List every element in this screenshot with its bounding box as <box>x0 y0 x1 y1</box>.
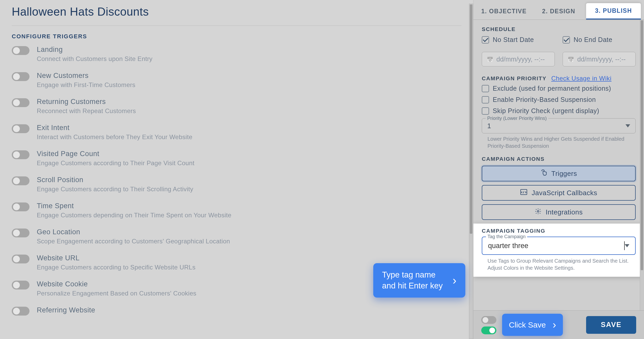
no-start-date-label: No Start Date <box>493 36 534 44</box>
chevron-down-icon <box>625 124 630 127</box>
toggle-website-url[interactable] <box>12 255 29 263</box>
calendar-icon <box>568 56 574 63</box>
actions-label: CAMPAIGN ACTIONS <box>482 156 636 162</box>
tooltip-click-save: Click Save › <box>502 314 563 336</box>
configure-triggers-label: CONFIGURE TRIGGERS <box>12 33 469 40</box>
footer-toggle-1[interactable] <box>481 316 496 324</box>
trigger-geo-location: Geo Location Scope Engagement according … <box>12 228 454 245</box>
priority-select[interactable]: Priority (Lower Priority Wins) 1 <box>482 118 636 133</box>
toggle-landing[interactable] <box>12 46 29 55</box>
tooltip-text: Type tag name and hit Enter key <box>382 269 443 291</box>
wiki-link[interactable]: Check Usage in Wiki <box>551 75 611 82</box>
toggle-website-cookie[interactable] <box>12 281 29 289</box>
checkbox-no-start-date[interactable] <box>482 36 489 44</box>
main-scrollbar-thumb[interactable] <box>470 4 472 234</box>
tag-input-field[interactable]: Tag the Campaign quarter three <box>482 237 636 255</box>
tag-legend: Tag the Campaign <box>486 234 527 239</box>
toggle-time-spent[interactable] <box>12 202 29 211</box>
start-date-input[interactable]: dd/mm/yyyy, --:-- <box>482 52 555 66</box>
tag-input-value: quarter three <box>488 242 625 250</box>
panel-scrollbar-thumb[interactable] <box>641 20 643 270</box>
no-end-date-label: No End Date <box>574 36 612 44</box>
code-icon <box>520 189 527 197</box>
tabs: 1. OBJECTIVE 2. DESIGN 3. PUBLISH <box>473 0 644 20</box>
trigger-scroll-position: Scroll Position Engage Customers accordi… <box>12 176 454 193</box>
panel-scrollbar[interactable] <box>640 20 644 310</box>
tagging-label: CAMPAIGN TAGGING <box>482 228 636 234</box>
priority-legend: Priority (Lower Priority Wins) <box>486 116 548 121</box>
chevron-down-icon[interactable] <box>625 244 629 247</box>
checkbox-skip-priority[interactable] <box>482 107 489 115</box>
tagging-card: CAMPAIGN TAGGING Tag the Campaign quarte… <box>473 224 644 277</box>
trigger-visited-page-count: Visited Page Count Engage Customers acco… <box>12 150 454 167</box>
sidebar: 1. OBJECTIVE 2. DESIGN 3. PUBLISH SCHEDU… <box>473 0 644 339</box>
checkbox-enable-suspension[interactable] <box>482 96 489 103</box>
touch-icon <box>540 169 547 178</box>
chevron-right-icon: › <box>553 319 556 331</box>
tooltip-type-tag: Type tag name and hit Enter key › <box>373 263 465 298</box>
tag-help: Use Tags to Group Relevant Campaigns and… <box>487 257 636 272</box>
toggle-visited-page-count[interactable] <box>12 150 29 159</box>
main-panel: Halloween Hats Discounts CONFIGURE TRIGG… <box>0 0 473 339</box>
checkbox-no-end-date[interactable] <box>563 36 570 44</box>
footer-toggle-2[interactable] <box>481 326 496 334</box>
trigger-time-spent: Time Spent Engage Customers depending on… <box>12 202 454 219</box>
schedule-label: SCHEDULE <box>482 26 636 32</box>
priority-help: Lower Priority Wins and Higher Gets Susp… <box>487 135 636 150</box>
save-button[interactable]: SAVE <box>586 316 636 334</box>
tab-publish[interactable]: 3. PUBLISH <box>586 3 641 20</box>
trigger-referring-website: Referring Website <box>12 306 454 316</box>
js-callbacks-button[interactable]: JavaScript Callbacks <box>482 185 636 201</box>
priority-value: 1 <box>487 122 625 130</box>
page-title: Halloween Hats Discounts <box>12 5 461 26</box>
triggers-button[interactable]: Triggers <box>482 166 636 181</box>
toggle-geo-location[interactable] <box>12 229 29 237</box>
toggle-referring-website[interactable] <box>12 307 29 316</box>
end-date-input[interactable]: dd/mm/yyyy, --:-- <box>563 52 636 66</box>
trigger-returning-customers: Returning Customers Reconnect with Repea… <box>12 98 454 115</box>
toggle-new-customers[interactable] <box>12 72 29 81</box>
gear-icon <box>535 208 541 217</box>
chevron-right-icon: › <box>453 273 456 288</box>
main-scrollbar[interactable] <box>469 4 473 339</box>
trigger-new-customers: New Customers Engage with First-Time Cus… <box>12 72 454 89</box>
trigger-desc: Connect with Customers upon Site Entry <box>37 55 153 63</box>
sidebar-footer: Click Save › SAVE <box>473 310 644 339</box>
integrations-button[interactable]: Integrations <box>482 204 636 220</box>
calendar-icon <box>487 56 493 63</box>
trigger-title: Landing <box>37 46 153 54</box>
publish-panel: SCHEDULE No Start Date No End Date dd/mm… <box>473 20 644 310</box>
toggle-exit-intent[interactable] <box>12 124 29 133</box>
toggle-scroll-position[interactable] <box>12 176 29 185</box>
toggle-returning-customers[interactable] <box>12 98 29 107</box>
tab-design[interactable]: 2. DESIGN <box>531 3 586 20</box>
svg-point-1 <box>537 210 539 212</box>
checkbox-exclude[interactable] <box>482 85 489 92</box>
tab-objective[interactable]: 1. OBJECTIVE <box>477 3 531 20</box>
trigger-exit-intent: Exit Intent Interact with Customers befo… <box>12 124 454 141</box>
priority-label: CAMPAIGN PRIORITY <box>482 75 546 82</box>
trigger-landing: Landing Connect with Customers upon Site… <box>12 46 454 63</box>
